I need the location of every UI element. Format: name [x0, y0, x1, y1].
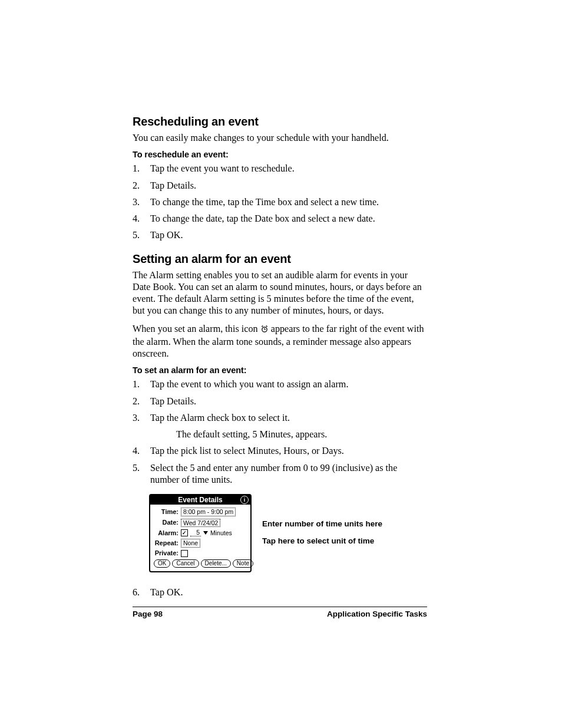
- private-checkbox[interactable]: [181, 550, 188, 557]
- callout-tap-unit: Tap here to select unit of time: [262, 536, 382, 546]
- time-label: Time:: [154, 509, 178, 515]
- alarm-para-2a: When you set an alarm, this icon: [133, 324, 260, 334]
- step-sub-note: The default setting, 5 Minutes, appears.: [176, 429, 427, 440]
- alarm-label: Alarm:: [154, 530, 178, 536]
- delete-button[interactable]: Delete...: [201, 559, 231, 568]
- sub-heading-reschedule: To reschedule an event:: [133, 150, 427, 159]
- step: Tap the event you want to reschedule.: [133, 163, 427, 174]
- step: Select the 5 and enter any number from 0…: [133, 462, 427, 486]
- time-value-box[interactable]: 8:00 pm - 9:00 pm: [181, 508, 236, 516]
- sub-heading-set-alarm: To set an alarm for an event:: [133, 365, 427, 375]
- cancel-button[interactable]: Cancel: [172, 559, 199, 568]
- alarm-checkbox[interactable]: ✓: [181, 529, 188, 536]
- dropdown-arrow-icon[interactable]: [203, 531, 208, 535]
- page-number: Page 98: [133, 610, 163, 618]
- alarm-unit-label[interactable]: Minutes: [210, 530, 232, 536]
- steps-reschedule: Tap the event you want to reschedule. Ta…: [133, 163, 427, 241]
- info-icon[interactable]: i: [240, 496, 249, 504]
- step-text: Tap the Alarm check box to select it.: [150, 413, 290, 423]
- step: Tap OK.: [133, 587, 427, 598]
- alarm-para-2: When you set an alarm, this icon appears…: [133, 323, 427, 360]
- alarm-clock-icon: [260, 324, 269, 336]
- step: Tap the event to which you want to assig…: [133, 378, 427, 390]
- event-details-dialog: Event Details i Time: 8:00 pm - 9:00 pm …: [149, 494, 252, 572]
- repeat-value-box[interactable]: None: [181, 539, 200, 548]
- steps-set-alarm: Tap the event to which you want to assig…: [133, 378, 427, 486]
- dialog-body: Time: 8:00 pm - 9:00 pm Date: Wed 7/24/0…: [150, 505, 250, 571]
- intro-text: You can easily make changes to your sche…: [133, 132, 427, 144]
- repeat-label: Repeat:: [154, 540, 178, 546]
- event-details-figure: Event Details i Time: 8:00 pm - 9:00 pm …: [149, 494, 427, 572]
- step: To change the date, tap the Date box and…: [133, 213, 427, 225]
- dialog-title: Event Details: [178, 496, 222, 503]
- date-label: Date:: [154, 519, 178, 526]
- page-footer: Page 98 Application Specific Tasks: [133, 607, 427, 618]
- step: Tap the pick list to select Minutes, Hou…: [133, 445, 427, 457]
- steps-set-alarm-cont: Tap OK.: [133, 587, 427, 598]
- section-heading-alarm: Setting an alarm for an event: [133, 252, 427, 266]
- callout-enter-units: Enter number of time units here: [262, 519, 382, 529]
- alarm-value-field[interactable]: 5: [190, 529, 201, 536]
- step: Tap Details.: [133, 396, 427, 407]
- step: Tap Details.: [133, 180, 427, 192]
- svg-line-4: [266, 325, 267, 327]
- figure-callouts: Enter number of time units here Tap here…: [262, 519, 382, 546]
- date-value-box[interactable]: Wed 7/24/02: [181, 519, 220, 528]
- ok-button[interactable]: OK: [154, 559, 170, 568]
- chapter-name: Application Specific Tasks: [327, 610, 427, 618]
- step: Tap OK.: [133, 229, 427, 241]
- private-label: Private:: [154, 550, 178, 556]
- step: To change the time, tap the Time box and…: [133, 196, 427, 208]
- svg-line-3: [262, 325, 263, 327]
- dialog-title-bar: Event Details i: [150, 495, 250, 505]
- section-heading-rescheduling: Rescheduling an event: [133, 115, 427, 129]
- check-icon: ✓: [182, 531, 187, 536]
- step: Tap the Alarm check box to select it. Th…: [133, 412, 427, 441]
- alarm-para-1: The Alarm setting enables you to set an …: [133, 269, 427, 317]
- manual-page-body: Rescheduling an event You can easily mak…: [133, 115, 427, 618]
- note-button[interactable]: Note: [233, 559, 253, 568]
